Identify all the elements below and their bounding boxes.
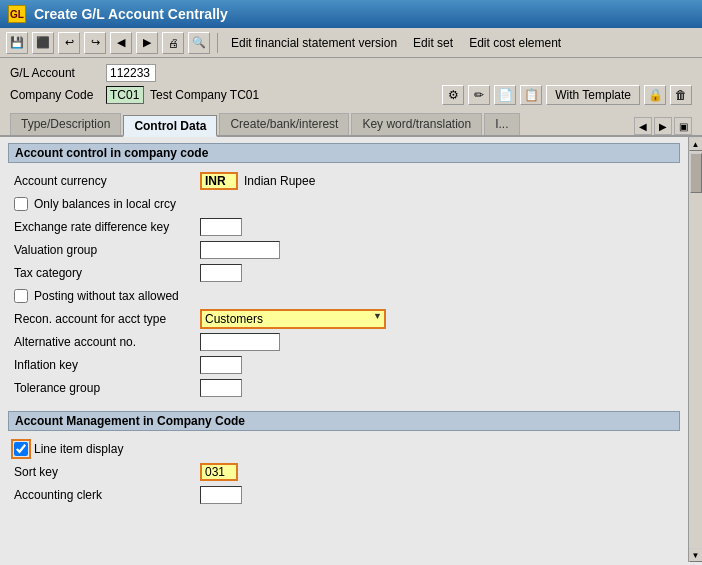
- title-bar: GL Create G/L Account Centrally: [0, 0, 702, 28]
- row-exchange-rate: Exchange rate difference key: [14, 217, 674, 237]
- scroll-area: Account control in company code Account …: [0, 137, 688, 562]
- print-button[interactable]: 🖨: [162, 32, 184, 54]
- row-inflation-key: Inflation key: [14, 355, 674, 375]
- label-recon-account: Recon. account for acct type: [14, 312, 194, 326]
- row-tolerance-group: Tolerance group: [14, 378, 674, 398]
- company-code-row: Company Code Test Company TC01 ⚙ ✏ 📄 📋 W…: [10, 85, 692, 105]
- row-valuation-group: Valuation group: [14, 240, 674, 260]
- redo-button[interactable]: ↪: [84, 32, 106, 54]
- tab-next-btn[interactable]: ▶: [654, 117, 672, 135]
- back-button[interactable]: ⬛: [32, 32, 54, 54]
- template-area: ⚙ ✏ 📄 📋 With Template 🔒 🗑: [442, 85, 692, 105]
- section-header-account-management: Account Management in Company Code: [8, 411, 680, 431]
- row-accounting-clerk: Accounting clerk: [14, 485, 674, 505]
- checkbox-posting-without-tax[interactable]: [14, 289, 28, 303]
- with-template-button[interactable]: With Template: [546, 85, 640, 105]
- input-sort-key[interactable]: [200, 463, 238, 481]
- label-exchange-rate: Exchange rate difference key: [14, 220, 194, 234]
- next-button[interactable]: ▶: [136, 32, 158, 54]
- company-code-input[interactable]: [106, 86, 144, 104]
- toolbar: 💾 ⬛ ↩ ↪ ◀ ▶ 🖨 🔍 Edit financial statement…: [0, 28, 702, 58]
- label-account-currency: Account currency: [14, 174, 194, 188]
- section-header-account-control: Account control in company code: [8, 143, 680, 163]
- checkbox-line-item-display[interactable]: [14, 442, 28, 456]
- input-valuation-group[interactable]: [200, 241, 280, 259]
- input-accounting-clerk[interactable]: [200, 486, 242, 504]
- label-line-item-display: Line item display: [34, 442, 123, 456]
- tab-type-description[interactable]: Type/Description: [10, 113, 121, 135]
- section-body-account-control: Account currency Indian Rupee Only balan…: [8, 167, 680, 405]
- paste-icon-btn[interactable]: 📋: [520, 85, 542, 105]
- tab-keyword[interactable]: Key word/translation: [351, 113, 482, 135]
- section-body-account-management: Line item display Sort key Accounting cl…: [8, 435, 680, 512]
- tab-prev-btn[interactable]: ◀: [634, 117, 652, 135]
- scroll-down-btn[interactable]: ▼: [689, 548, 703, 562]
- label-alternative-account: Alternative account no.: [14, 335, 194, 349]
- lock-icon-btn[interactable]: 🔒: [644, 85, 666, 105]
- label-posting-without-tax: Posting without tax allowed: [34, 289, 179, 303]
- input-alternative-account[interactable]: [200, 333, 280, 351]
- page-title: Create G/L Account Centrally: [34, 6, 228, 22]
- input-tax-category[interactable]: [200, 264, 242, 282]
- content-wrapper: Account control in company code Account …: [0, 137, 702, 562]
- label-valuation-group: Valuation group: [14, 243, 194, 257]
- label-accounting-clerk: Accounting clerk: [14, 488, 194, 502]
- scrollbar[interactable]: ▲ ▼: [688, 137, 702, 562]
- select-wrapper-recon: Customers Vendors Assets: [200, 309, 386, 329]
- save-button[interactable]: 💾: [6, 32, 28, 54]
- separator: [217, 33, 218, 53]
- edit-icon-btn[interactable]: ✏: [468, 85, 490, 105]
- input-exchange-rate[interactable]: [200, 218, 242, 236]
- menu-edit-cost[interactable]: Edit cost element: [463, 34, 567, 52]
- label-inflation-key: Inflation key: [14, 358, 194, 372]
- find-button[interactable]: 🔍: [188, 32, 210, 54]
- input-account-currency[interactable]: [200, 172, 238, 190]
- row-recon-account: Recon. account for acct type Customers V…: [14, 309, 674, 329]
- copy-icon-btn[interactable]: 📄: [494, 85, 516, 105]
- row-posting-without-tax: Posting without tax allowed: [14, 286, 674, 306]
- app-icon: GL: [8, 5, 26, 23]
- undo-button[interactable]: ↩: [58, 32, 80, 54]
- tabs-bar: Type/Description Control Data Create/ban…: [0, 109, 702, 137]
- company-code-desc: Test Company TC01: [150, 88, 259, 102]
- tab-i[interactable]: I...: [484, 113, 519, 135]
- gl-account-label: G/L Account: [10, 66, 100, 80]
- row-line-item-display: Line item display: [14, 439, 674, 459]
- currency-desc: Indian Rupee: [244, 174, 315, 188]
- select-recon-account[interactable]: Customers Vendors Assets: [200, 309, 386, 329]
- tab-menu-btn[interactable]: ▣: [674, 117, 692, 135]
- tab-create-bank[interactable]: Create/bank/interest: [219, 113, 349, 135]
- label-tax-category: Tax category: [14, 266, 194, 280]
- delete-icon-btn[interactable]: 🗑: [670, 85, 692, 105]
- menu-edit-financial[interactable]: Edit financial statement version: [225, 34, 403, 52]
- menu-edit-set[interactable]: Edit set: [407, 34, 459, 52]
- config-icon-btn[interactable]: ⚙: [442, 85, 464, 105]
- section-account-management: Account Management in Company Code Line …: [8, 411, 680, 512]
- section-account-control: Account control in company code Account …: [8, 143, 680, 405]
- row-alternative-account: Alternative account no.: [14, 332, 674, 352]
- scroll-thumb[interactable]: [690, 153, 702, 193]
- header-fields: G/L Account Company Code Test Company TC…: [0, 58, 702, 109]
- row-account-currency: Account currency Indian Rupee: [14, 171, 674, 191]
- row-tax-category: Tax category: [14, 263, 674, 283]
- gl-account-row: G/L Account: [10, 64, 692, 82]
- company-code-label: Company Code: [10, 88, 100, 102]
- label-sort-key: Sort key: [14, 465, 194, 479]
- label-tolerance-group: Tolerance group: [14, 381, 194, 395]
- prev-button[interactable]: ◀: [110, 32, 132, 54]
- input-inflation-key[interactable]: [200, 356, 242, 374]
- gl-account-input[interactable]: [106, 64, 156, 82]
- input-tolerance-group[interactable]: [200, 379, 242, 397]
- checkbox-only-balances[interactable]: [14, 197, 28, 211]
- row-only-balances: Only balances in local crcy: [14, 194, 674, 214]
- tab-control-data[interactable]: Control Data: [123, 115, 217, 137]
- scroll-up-btn[interactable]: ▲: [689, 137, 703, 151]
- label-only-balances: Only balances in local crcy: [34, 197, 176, 211]
- row-sort-key: Sort key: [14, 462, 674, 482]
